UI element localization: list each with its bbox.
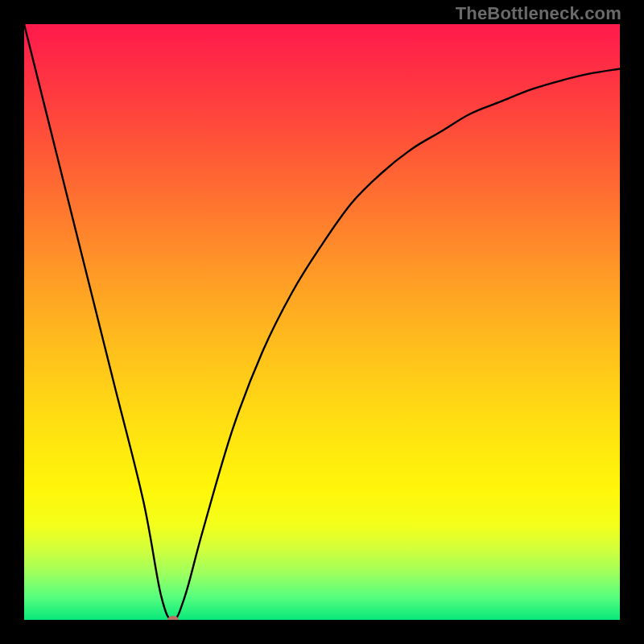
chart-frame: TheBottleneck.com [0,0,644,644]
chart-plot-area [24,24,620,620]
watermark-text: TheBottleneck.com [456,3,621,24]
